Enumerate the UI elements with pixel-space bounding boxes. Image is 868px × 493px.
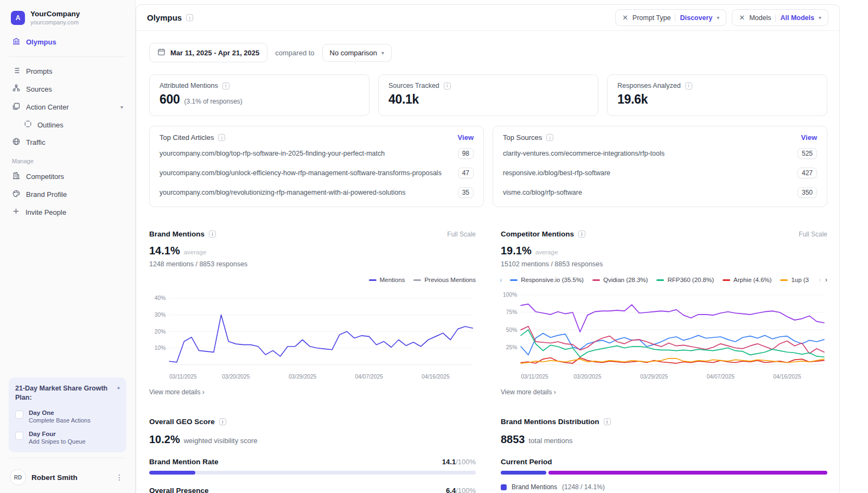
view-more-details-link[interactable]: View more details › (501, 388, 827, 396)
close-icon[interactable]: ✕ (622, 14, 628, 22)
legend-item-1up[interactable]: 1up (3 (780, 277, 809, 283)
svg-text:50%: 50% (506, 327, 518, 333)
metric-label: Attributed Mentions (159, 82, 218, 89)
view-link[interactable]: View (801, 133, 817, 142)
legend-swatch (510, 279, 518, 281)
main-panel: Olympus i ✕ Prompt Type Discovery ▾ ✕ Mo… (136, 4, 840, 493)
plan-task-label: Add Snipes to Queue (29, 438, 86, 445)
sidebar-item-action-center[interactable]: Action Center ▾ (8, 98, 127, 116)
chevron-up-icon[interactable]: ▴ (117, 384, 120, 390)
info-icon[interactable]: i (186, 14, 193, 21)
sidebar-item-label: Brand Profile (26, 190, 67, 199)
legend-swatch (592, 279, 600, 281)
day-four-checkbox[interactable] (15, 432, 23, 440)
info-icon[interactable]: i (685, 82, 692, 89)
metric-label: Responses Analyzed (617, 82, 681, 89)
section-title: Brand Mentions Distribution (501, 418, 599, 426)
count-badge: 525 (797, 148, 817, 159)
card-title: Top Sources (503, 133, 542, 142)
mentions-subtitle: 15102 mentions / 8853 responses (501, 260, 827, 268)
user-menu[interactable]: RD Robert Smith ⋮ (8, 464, 127, 486)
info-icon[interactable]: i (219, 418, 226, 425)
company-name: YourCompany (30, 10, 80, 18)
total-mentions-label: total mentions (529, 437, 573, 445)
legend-item-qvidian[interactable]: Qvidian (28.3%) (592, 277, 648, 283)
legend-item-loopio[interactable]: Loopio (72.1%) (501, 277, 501, 283)
average-value: 14.1% (149, 245, 180, 257)
card-title: Top Cited Articles (159, 133, 214, 142)
article-url[interactable]: yourcompany.com/blog/revolutionizing-rfp… (159, 189, 405, 196)
full-scale-toggle[interactable]: Full Scale (447, 231, 476, 238)
sidebar-item-competitors[interactable]: Competitors (8, 168, 127, 185)
average-label: average (535, 249, 558, 255)
legend-swatch (656, 279, 664, 281)
geo-score-label: weighted visibility score (184, 437, 258, 445)
info-icon[interactable]: i (222, 82, 229, 89)
legend-item-previous-mentions[interactable]: Previous Mentions (413, 277, 476, 283)
view-link[interactable]: View (458, 133, 474, 142)
comparison-select[interactable]: No comparison ▾ (322, 44, 392, 62)
kebab-menu-icon[interactable]: ⋮ (113, 473, 125, 482)
plan-item-day-four: Day Four Add Snipes to Queue (15, 431, 120, 445)
models-filter[interactable]: ✕ Models All Models ▾ (732, 9, 828, 26)
legend-item-arphie[interactable]: Arphie (4.6%) (723, 277, 771, 283)
top-sources-card: Top Sourcesi View clarity-ventures.com/e… (493, 126, 827, 207)
day-one-checkbox[interactable] (15, 411, 23, 419)
view-more-details-link[interactable]: View more details › (149, 388, 476, 396)
svg-text:03/20/2025: 03/20/2025 (573, 374, 602, 380)
sidebar-item-label: Outlines (37, 121, 63, 129)
info-icon[interactable]: i (604, 418, 611, 425)
competitor-mentions-line-chart[interactable]: 25%50%75%100%03/11/202503/20/202503/29/2… (501, 289, 827, 382)
chevron-left-icon[interactable]: ‹ (819, 276, 821, 284)
sidebar-item-olympus[interactable]: Olympus (8, 33, 127, 51)
info-icon[interactable]: i (444, 82, 451, 89)
date-range-picker[interactable]: Mar 11, 2025 - Apr 21, 2025 (149, 43, 267, 62)
sidebar-item-prompts[interactable]: Prompts (8, 62, 127, 80)
legend-item-responsive[interactable]: Responsive.io (35.5%) (510, 277, 584, 283)
article-url[interactable]: yourcompany.com/blog/top-rfp-software-in… (159, 150, 385, 157)
chevron-down-icon: ▾ (717, 15, 719, 21)
sidebar-item-label: Prompts (26, 67, 52, 75)
sidebar-item-traffic[interactable]: Traffic (8, 133, 127, 151)
source-url[interactable]: clarity-ventures.com/ecommerce-integrati… (503, 150, 665, 157)
list-item: visme.co/blog/rfp-software 350 (503, 183, 817, 202)
filter-value: Discovery (680, 14, 712, 22)
page-header: Olympus i ✕ Prompt Type Discovery ▾ ✕ Mo… (136, 5, 839, 31)
plan-item-day-one: Day One Complete Base Actions (15, 409, 120, 424)
sidebar-item-label: Olympus (26, 38, 56, 46)
prompt-type-filter[interactable]: ✕ Prompt Type Discovery ▾ (615, 9, 726, 26)
legend-item-rfp360[interactable]: RFP360 (20.8%) (656, 277, 714, 283)
legend-swatch (369, 279, 376, 281)
svg-text:04/16/2025: 04/16/2025 (422, 374, 450, 380)
article-url[interactable]: yourcompany.com/blog/unlock-efficiency-h… (159, 169, 442, 177)
list-item: yourcompany.com/blog/unlock-efficiency-h… (159, 163, 474, 183)
chevron-right-icon[interactable]: › (825, 276, 827, 284)
close-icon[interactable]: ✕ (739, 14, 745, 22)
source-url[interactable]: responsive.io/blog/best-rfp-software (503, 169, 610, 177)
count-badge: 350 (797, 187, 817, 198)
count-badge: 47 (458, 168, 474, 178)
sidebar-item-label: Action Center (26, 103, 69, 111)
hierarchy-icon (12, 84, 21, 94)
sidebar-item-brand-profile[interactable]: Brand Profile (8, 185, 127, 203)
sidebar-item-outlines[interactable]: Outlines (8, 116, 127, 133)
legend-swatch (780, 279, 788, 281)
legend-item-mentions[interactable]: Mentions (369, 277, 405, 283)
sidebar-item-invite-people[interactable]: Invite People (8, 203, 127, 221)
full-scale-toggle[interactable]: Full Scale (799, 231, 827, 238)
info-icon[interactable]: i (209, 231, 216, 238)
user-name: Robert Smith (31, 473, 108, 482)
brand-mentions-line-chart[interactable]: 10%20%30%40%03/11/202503/20/202503/29/20… (149, 289, 476, 382)
sidebar-item-sources[interactable]: Sources (8, 80, 127, 98)
source-url[interactable]: visme.co/blog/rfp-software (503, 189, 582, 196)
info-icon[interactable]: i (546, 134, 553, 141)
metric-value: 600 (159, 92, 180, 107)
info-icon[interactable]: i (218, 134, 225, 141)
svg-text:10%: 10% (155, 345, 166, 351)
building-icon (12, 171, 21, 182)
info-icon[interactable]: i (578, 231, 585, 238)
svg-text:04/07/2025: 04/07/2025 (355, 374, 384, 380)
brand-mention-rate-bar (149, 471, 476, 475)
metric-card-attributed-mentions: Attributed Mentionsi 600(3.1% of respons… (149, 74, 369, 116)
count-badge: 35 (458, 187, 474, 198)
